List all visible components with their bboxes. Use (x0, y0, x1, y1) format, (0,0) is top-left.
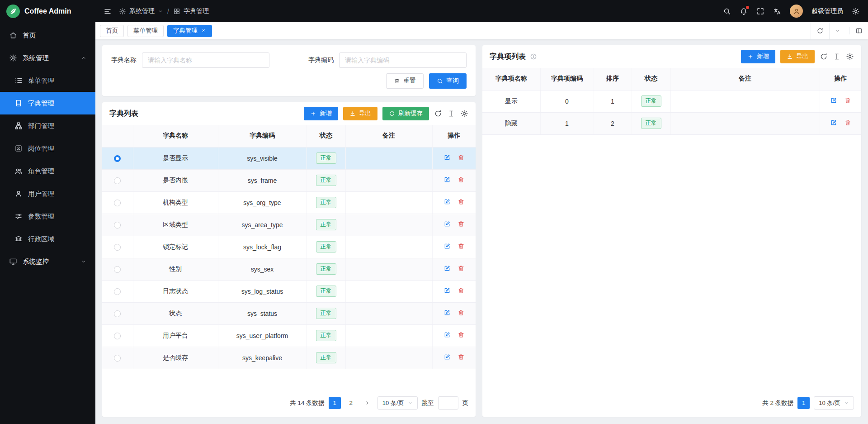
bell-icon[interactable] (740, 7, 748, 15)
sidebar-item-role-mgmt[interactable]: 角色管理 (0, 160, 95, 182)
table-refresh-icon[interactable] (434, 110, 442, 118)
edit-icon[interactable] (443, 198, 451, 205)
add-dict-button[interactable]: 新增 (304, 107, 338, 120)
trash-icon[interactable] (458, 154, 465, 161)
row-radio[interactable] (114, 288, 121, 295)
edit-icon[interactable] (830, 119, 837, 126)
row-radio[interactable] (114, 200, 121, 206)
edit-icon[interactable] (443, 154, 451, 161)
status-badge: 正常 (316, 197, 336, 208)
row-radio[interactable] (114, 333, 121, 339)
row-radio[interactable] (114, 177, 121, 184)
search-icon[interactable] (723, 7, 731, 15)
trash-icon[interactable] (458, 331, 465, 338)
sidebar-item-admin-region[interactable]: 行政区域 (0, 228, 95, 250)
row-radio[interactable] (114, 355, 121, 362)
avatar[interactable] (790, 5, 803, 18)
edit-icon[interactable] (443, 220, 451, 228)
dict-row-sys_keepalive[interactable]: 是否缓存sys_keepalive正常 (102, 347, 476, 369)
dict-row-sys_lock_flag[interactable]: 锁定标记sys_lock_flag正常 (102, 236, 476, 258)
tabs-refresh-button[interactable] (811, 22, 829, 39)
dict-code-input[interactable] (339, 52, 467, 68)
dict-row-sys_frame[interactable]: 是否内嵌sys_frame正常 (102, 169, 476, 191)
sidebar-item-dict-mgmt[interactable]: 字典管理 (0, 92, 95, 114)
fullscreen-icon[interactable] (756, 7, 764, 15)
next-page-button[interactable] (361, 397, 373, 409)
row-radio[interactable] (114, 244, 121, 251)
edit-icon[interactable] (830, 97, 837, 104)
logo[interactable]: Coffee Admin (0, 0, 95, 22)
row-radio[interactable] (114, 155, 121, 162)
remark-cell (670, 112, 820, 134)
row-radio[interactable] (114, 222, 121, 229)
add-dict-item-button[interactable]: 新增 (741, 50, 775, 63)
dict-row-sys_sex[interactable]: 性别sys_sex正常 (102, 258, 476, 280)
tab-home[interactable]: 首页 (100, 25, 124, 37)
column-setting-icon[interactable] (833, 52, 841, 61)
sidebar-item-system-mgmt[interactable]: 系统管理 (0, 47, 95, 69)
settings-gear-icon[interactable] (852, 7, 860, 15)
trash-icon[interactable] (458, 309, 465, 316)
tabs-dropdown-button[interactable] (829, 22, 846, 39)
sidebar-item-user-mgmt[interactable]: 用户管理 (0, 182, 95, 205)
trash-icon[interactable] (458, 176, 465, 183)
dict-row-sys_org_type[interactable]: 机构类型sys_org_type正常 (102, 191, 476, 214)
sidebar-item-menu-mgmt[interactable]: 菜单管理 (0, 69, 95, 92)
sidebar-item-dept-mgmt[interactable]: 部门管理 (0, 114, 95, 137)
dict-row-sys_status[interactable]: 状态sys_status正常 (102, 302, 476, 324)
breadcrumb-system-mgmt[interactable]: 系统管理 (119, 7, 163, 15)
edit-icon[interactable] (443, 331, 451, 338)
table-refresh-icon[interactable] (820, 52, 828, 61)
trash-icon[interactable] (458, 220, 465, 228)
refresh-cache-button[interactable]: 刷新缓存 (382, 107, 429, 120)
reset-button[interactable]: 重置 (386, 73, 424, 89)
dict-item-row-0[interactable]: 显示01正常 (482, 90, 861, 112)
trash-icon[interactable] (458, 287, 465, 294)
close-icon[interactable] (201, 28, 206, 33)
trash-icon[interactable] (458, 265, 465, 272)
dict-row-sys_user_platform[interactable]: 用户平台sys_user_platform正常 (102, 324, 476, 347)
sidebar-item-home[interactable]: 首页 (0, 24, 95, 47)
sidebar-item-post-mgmt[interactable]: 岗位管理 (0, 137, 95, 160)
edit-icon[interactable] (443, 265, 451, 272)
edit-icon[interactable] (443, 309, 451, 316)
tab-dict-mgmt[interactable]: 字典管理 (167, 25, 212, 37)
layout-expand-button[interactable] (849, 27, 868, 34)
trash-icon[interactable] (458, 243, 465, 250)
export-dict-item-button[interactable]: 导出 (780, 50, 815, 63)
column-setting-icon[interactable] (447, 110, 455, 118)
dict-row-sys_log_status[interactable]: 日志状态sys_log_status正常 (102, 280, 476, 302)
sidebar-item-label: 参数管理 (28, 212, 54, 221)
translate-icon[interactable] (773, 7, 781, 15)
edit-icon[interactable] (443, 176, 451, 183)
dict-name-input[interactable] (142, 52, 269, 68)
breadcrumb-dict-mgmt[interactable]: 字典管理 (173, 7, 209, 15)
username[interactable]: 超级管理员 (811, 7, 843, 15)
page-size-select[interactable]: 10 条/页 (814, 396, 854, 410)
dict-row-sys_area_type[interactable]: 区域类型sys_area_type正常 (102, 214, 476, 236)
edit-icon[interactable] (443, 287, 451, 294)
export-dict-button[interactable]: 导出 (343, 107, 377, 120)
page-button-1[interactable]: 1 (329, 397, 341, 409)
sidebar-item-param-mgmt[interactable]: 参数管理 (0, 205, 95, 228)
jump-page-input[interactable] (438, 396, 458, 410)
trash-icon[interactable] (844, 97, 851, 104)
trash-icon[interactable] (844, 119, 851, 126)
page-button-2[interactable]: 2 (345, 397, 357, 409)
hamburger-icon[interactable] (104, 7, 112, 15)
trash-icon[interactable] (458, 353, 465, 361)
trash-icon[interactable] (458, 198, 465, 205)
table-settings-icon[interactable] (460, 110, 468, 118)
page-button-1[interactable]: 1 (797, 397, 810, 409)
row-radio[interactable] (114, 266, 121, 273)
dict-item-row-1[interactable]: 隐藏12正常 (482, 112, 861, 134)
edit-icon[interactable] (443, 353, 451, 361)
dict-row-sys_visible[interactable]: 是否显示sys_visible正常 (102, 147, 476, 169)
row-radio[interactable] (114, 310, 121, 317)
table-settings-icon[interactable] (846, 52, 854, 61)
query-button[interactable]: 查询 (429, 73, 467, 89)
page-size-select[interactable]: 10 条/页 (377, 396, 418, 410)
tab-menu-mgmt[interactable]: 菜单管理 (127, 25, 164, 37)
sidebar-item-system-monitor[interactable]: 系统监控 (0, 250, 95, 273)
edit-icon[interactable] (443, 243, 451, 250)
